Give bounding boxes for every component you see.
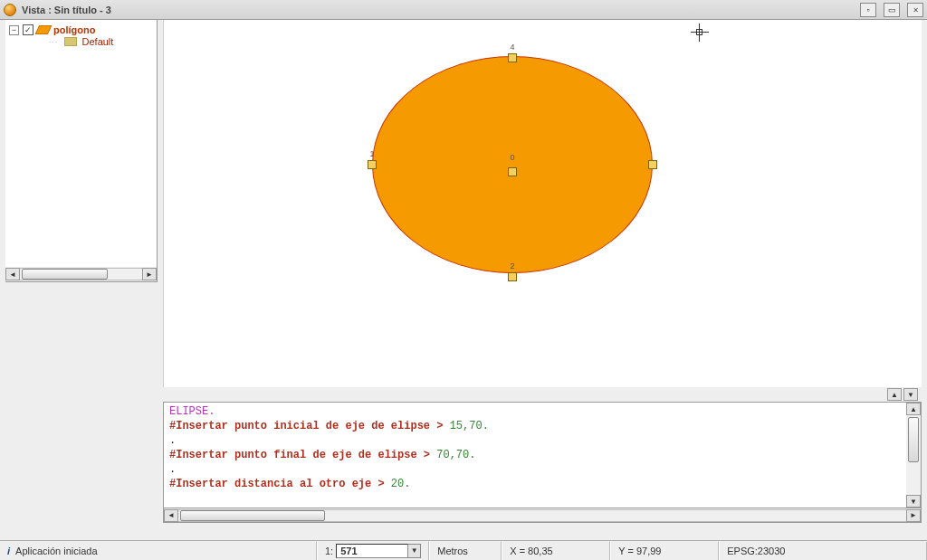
right-column: 0 1 2 4 ▲ ▼ ELIPSE. #Insertar punto inic… (163, 20, 922, 523)
toc-default-row[interactable]: ··· Default (7, 36, 155, 47)
console-output[interactable]: ELIPSE. #Insertar punto inicial de eje d… (164, 403, 906, 508)
left-column: − ✓ polígono ··· Default ◄ ► (5, 20, 158, 523)
maximize-button[interactable]: ▭ (884, 3, 900, 17)
handle-label-2: 2 (510, 261, 514, 271)
toc-layer-row[interactable]: − ✓ polígono (7, 24, 155, 36)
coord-x-seg: X = 80,35 (502, 542, 610, 560)
console-scroll-up[interactable]: ▲ (906, 403, 921, 415)
scroll-track[interactable] (20, 268, 142, 280)
scale-input[interactable]: 571 (336, 544, 408, 558)
lower-left-panel (5, 284, 158, 523)
statusbar: i Aplicación iniciada 1: 571 ▼ Metros X … (0, 540, 927, 560)
scroll-left-button[interactable]: ◄ (5, 268, 20, 280)
scroll-right-button[interactable]: ► (142, 268, 157, 280)
toc-panel: − ✓ polígono ··· Default ◄ ► (5, 20, 158, 282)
console-panel: ELIPSE. #Insertar punto inicial de eje d… (163, 402, 922, 508)
default-label: Default (82, 36, 114, 47)
titlebar: Vista : Sin título - 3 ▫ ▭ ⨉ (0, 0, 927, 20)
console-hscrollbar[interactable]: ◄ ► (163, 508, 922, 523)
console-prompt-2: #Insertar distancia al otro eje > (169, 478, 385, 490)
console-value-2: 20. (391, 478, 411, 490)
layer-name: polígono (53, 24, 95, 35)
console-value-1: 70,70. (436, 449, 475, 461)
status-message-seg: i Aplicación iniciada (0, 542, 317, 560)
coord-x: X = 80,35 (510, 546, 552, 556)
console-vthumb[interactable] (908, 417, 919, 462)
scale-prefix: 1: (325, 546, 333, 556)
status-message: Aplicación iniciada (15, 546, 98, 556)
console-scroll-left[interactable]: ◄ (164, 509, 178, 522)
console-splitter[interactable]: ▲ ▼ (163, 387, 922, 402)
handle-right[interactable] (648, 160, 657, 169)
map-canvas[interactable]: 0 1 2 4 (163, 20, 922, 387)
crosshair-cursor (691, 24, 709, 42)
console-hthumb[interactable] (180, 510, 325, 521)
handle-bottom[interactable] (508, 272, 517, 281)
ellipse-shape[interactable] (372, 56, 653, 273)
scroll-thumb[interactable] (22, 269, 108, 280)
handle-left[interactable] (368, 160, 377, 169)
coord-y: Y = 97,99 (618, 546, 661, 556)
console-up-button[interactable]: ▲ (887, 388, 902, 401)
console-scroll-right[interactable]: ► (906, 509, 921, 522)
app-icon (4, 4, 16, 16)
handle-label-0: 0 (510, 153, 514, 162)
console-prompt-0: #Insertar punto inicial de eje de elipse… (169, 420, 443, 432)
scale-dropdown-button[interactable]: ▼ (408, 544, 421, 558)
main-area: − ✓ polígono ··· Default ◄ ► (0, 20, 927, 525)
handle-label-1: 1 (369, 149, 374, 158)
layer-visibility-checkbox[interactable]: ✓ (23, 24, 33, 35)
coord-y-seg: Y = 97,99 (610, 542, 719, 560)
console-command: ELIPSE. (169, 405, 215, 418)
window-title: Vista : Sin título - 3 (22, 5, 111, 15)
console-prompt-1: #Insertar punto final de eje de elipse > (169, 449, 430, 461)
handle-center[interactable] (508, 167, 517, 176)
epsg-label: EPSG:23030 (727, 546, 785, 556)
info-icon: i (7, 546, 10, 556)
epsg-seg: EPSG:23030 (719, 542, 927, 560)
console-down-button[interactable]: ▼ (903, 388, 918, 401)
console-vscrollbar[interactable]: ▲ ▼ (906, 403, 921, 508)
tree-connector: ··· (49, 37, 59, 46)
units-label: Metros (437, 546, 468, 556)
close-button[interactable]: ⨉ (907, 3, 923, 17)
console-value-0: 15,70. (450, 420, 489, 432)
minimize-button[interactable]: ▫ (860, 3, 876, 17)
handle-top[interactable] (508, 53, 517, 62)
default-symbol-icon (64, 37, 77, 46)
scale-value: 571 (340, 546, 357, 556)
toc-hscrollbar[interactable]: ◄ ► (5, 267, 157, 281)
units-seg: Metros (429, 542, 502, 560)
scale-seg: 1: 571 ▼ (317, 542, 429, 560)
polygon-layer-icon (35, 25, 53, 34)
console-scroll-down[interactable]: ▼ (906, 495, 921, 508)
tree-collapse-icon[interactable]: − (9, 25, 19, 35)
handle-label-4: 4 (510, 43, 514, 52)
